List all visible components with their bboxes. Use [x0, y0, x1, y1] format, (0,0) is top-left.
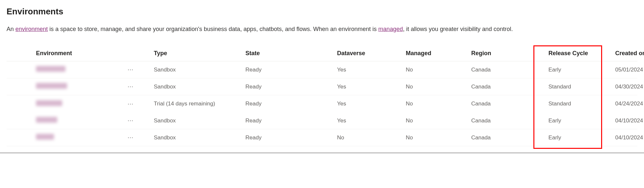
- environment-name-cell[interactable]: [36, 117, 128, 124]
- col-header-created-on[interactable]: Created on ↓: [605, 50, 644, 57]
- environment-link[interactable]: environment: [15, 26, 48, 32]
- environment-name-redacted: [36, 117, 57, 123]
- created-on-label: Created on: [615, 50, 644, 56]
- managed-cell: No: [406, 101, 471, 107]
- dataverse-cell: Yes: [337, 67, 406, 73]
- environment-name-redacted: [36, 100, 62, 106]
- more-actions-icon[interactable]: ···: [128, 66, 134, 73]
- more-actions-icon[interactable]: ···: [128, 101, 134, 107]
- state-cell: Ready: [245, 134, 337, 141]
- release-cycle-cell: Standard: [540, 101, 605, 107]
- type-cell: Sandbox: [154, 118, 245, 124]
- managed-link[interactable]: managed: [378, 26, 403, 32]
- environment-name-redacted: [36, 66, 65, 72]
- type-cell: Sandbox: [154, 134, 245, 141]
- page-title: Environments: [7, 7, 637, 17]
- intro-prefix: An: [7, 26, 15, 32]
- state-cell: Ready: [245, 67, 337, 73]
- region-cell: Canada: [471, 118, 540, 124]
- col-header-dataverse[interactable]: Dataverse: [337, 50, 406, 57]
- environment-name-cell[interactable]: [36, 83, 128, 90]
- table-row[interactable]: ···SandboxReadyYesNoCanadaStandard04/30/…: [7, 78, 637, 95]
- col-header-type[interactable]: Type: [154, 50, 245, 57]
- managed-cell: No: [406, 84, 471, 90]
- col-header-state[interactable]: State: [245, 50, 337, 57]
- row-more-cell: ···: [128, 66, 154, 73]
- table-header-row: Environment Type State Dataverse Managed…: [7, 46, 637, 61]
- release-cycle-cell: Early: [540, 67, 605, 73]
- row-more-cell: ···: [128, 101, 154, 107]
- more-actions-icon[interactable]: ···: [128, 117, 134, 124]
- row-more-cell: ···: [128, 83, 154, 90]
- row-more-cell: ···: [128, 117, 154, 124]
- release-cycle-cell: Early: [540, 134, 605, 141]
- col-header-release-cycle[interactable]: Release Cycle: [540, 50, 605, 57]
- state-cell: Ready: [245, 101, 337, 107]
- managed-cell: No: [406, 67, 471, 73]
- type-cell: Trial (14 days remaining): [154, 101, 245, 107]
- environment-name-redacted: [36, 83, 67, 89]
- created-on-cell: 04/24/2024 2:05 PM: [605, 101, 644, 107]
- type-cell: Sandbox: [154, 67, 245, 73]
- col-header-environment[interactable]: Environment: [36, 50, 128, 57]
- region-cell: Canada: [471, 134, 540, 141]
- state-cell: Ready: [245, 118, 337, 124]
- more-actions-icon[interactable]: ···: [128, 83, 134, 90]
- created-on-cell: 05/01/2024 2:20 PM: [605, 67, 644, 73]
- managed-cell: No: [406, 118, 471, 124]
- region-cell: Canada: [471, 84, 540, 90]
- type-cell: Sandbox: [154, 84, 245, 90]
- environments-table: Environment Type State Dataverse Managed…: [7, 46, 637, 146]
- intro-text: An environment is a space to store, mana…: [7, 26, 637, 33]
- release-cycle-cell: Early: [540, 118, 605, 124]
- region-cell: Canada: [471, 101, 540, 107]
- environment-name-cell[interactable]: [36, 134, 128, 141]
- table-row[interactable]: ···SandboxReadyYesNoCanadaEarly04/10/202…: [7, 112, 637, 129]
- col-header-region[interactable]: Region: [471, 50, 540, 57]
- state-cell: Ready: [245, 84, 337, 90]
- table-row[interactable]: ···SandboxReadyNoNoCanadaEarly04/10/2024…: [7, 129, 637, 146]
- row-more-cell: ···: [128, 134, 154, 141]
- managed-cell: No: [406, 134, 471, 141]
- dataverse-cell: Yes: [337, 84, 406, 90]
- table-row[interactable]: ···Trial (14 days remaining)ReadyYesNoCa…: [7, 95, 637, 112]
- dataverse-cell: No: [337, 134, 406, 141]
- environment-name-cell[interactable]: [36, 66, 128, 73]
- more-actions-icon[interactable]: ···: [128, 134, 134, 141]
- dataverse-cell: Yes: [337, 118, 406, 124]
- col-header-managed[interactable]: Managed: [406, 50, 471, 57]
- environment-name-redacted: [36, 134, 54, 140]
- created-on-cell: 04/10/2024 4:42 PM: [605, 118, 644, 124]
- table-row[interactable]: ···SandboxReadyYesNoCanadaEarly05/01/202…: [7, 61, 637, 78]
- intro-suffix: , it allows you greater visibility and c…: [403, 26, 513, 32]
- environment-name-cell[interactable]: [36, 100, 128, 108]
- region-cell: Canada: [471, 67, 540, 73]
- release-cycle-cell: Standard: [540, 84, 605, 90]
- intro-mid: is a space to store, manage, and share y…: [48, 26, 378, 32]
- dataverse-cell: Yes: [337, 101, 406, 107]
- created-on-cell: 04/30/2024 1:26 PM: [605, 84, 644, 90]
- created-on-cell: 04/10/2024 4:29 PM: [605, 134, 644, 141]
